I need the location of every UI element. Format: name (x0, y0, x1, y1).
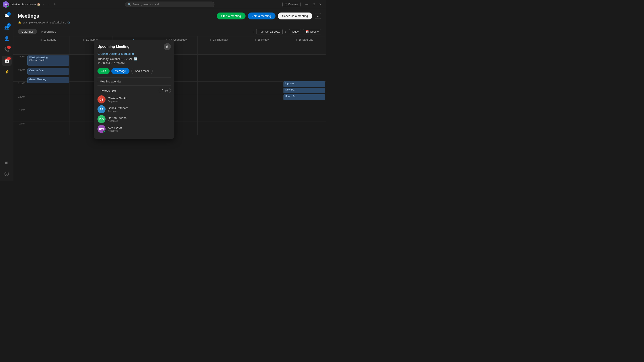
popup-time: 11:00 AM - 11:20 AM (98, 61, 171, 65)
online-indicator (103, 130, 105, 133)
popup-message-button[interactable]: Message (111, 68, 130, 74)
event-upcoming-sat[interactable]: Upcom... (284, 81, 325, 87)
popup-actions: Join Message Add a room (98, 68, 171, 74)
event-guest-meeting[interactable]: Guest Meeting (28, 77, 69, 83)
invitee-list: CS Clarissa Smith Organiser SP (98, 95, 171, 133)
day-num-11: 11 (86, 38, 89, 41)
avatar-kevin: KW (98, 125, 106, 133)
join-meeting-button[interactable]: Join a meeting (248, 12, 276, 19)
sidebar-icon-contacts[interactable]: 👥 1 (2, 22, 12, 32)
copy-url-button[interactable]: ⧉ (68, 21, 70, 24)
event-title: New M... (285, 88, 324, 91)
day-name-thursday: Thursday (217, 38, 228, 41)
time-12am: 12 AM (14, 95, 27, 108)
page-title: Meetings (18, 13, 39, 19)
nav-forward-button[interactable]: › (47, 2, 50, 7)
start-meeting-button[interactable]: Start a meeting (217, 12, 245, 19)
more-options-button[interactable]: ⌄ (314, 13, 321, 19)
prev-date-button[interactable]: ‹ (252, 29, 254, 34)
sidebar-icon-person[interactable]: 👤 (2, 33, 12, 43)
day-dot (210, 39, 211, 41)
search-bar[interactable]: 🔍 Search, meet, and call (125, 1, 214, 7)
day-num-14: 14 (213, 38, 216, 41)
chevron-right-icon: › (98, 89, 98, 92)
tab-recordings[interactable]: Recordings (38, 29, 60, 34)
event-oneonone[interactable]: One-on-One (28, 68, 69, 75)
maximize-button[interactable]: ☐ (311, 2, 316, 6)
person-icon: 👤 (4, 36, 9, 41)
event-title: Weekly Meeting (29, 56, 68, 59)
day-dot (296, 39, 297, 41)
chevron-down-icon: ▾ (317, 30, 319, 33)
meeting-agenda-section: › Meeting agenda (98, 77, 171, 85)
popup-join-button[interactable]: Join (98, 68, 110, 74)
popup-close-button[interactable]: 🗑 (164, 43, 171, 50)
invitee-item: SP Sonali Pritchard Accepted (98, 105, 171, 113)
popup-meeting-link[interactable]: Graphic Design & Marketing (98, 52, 171, 55)
sidebar-icon-analytics[interactable]: ⚡ (2, 67, 12, 77)
popup-add-room-button[interactable]: Add a room (131, 68, 153, 74)
connect-button[interactable]: ⬡ Connect (282, 2, 300, 7)
copy-invitees-button[interactable]: Copy (159, 88, 171, 93)
event-weekly-meeting[interactable]: Weekly Meeting Clarissa Smith (28, 55, 69, 66)
calendar-small-icon: 📅 (306, 30, 309, 33)
invitee-name: Kevin Woo (108, 126, 122, 129)
invitees-label: › Invitees (10) (98, 89, 116, 92)
calendar-tabs: Calendar Recordings (18, 29, 60, 34)
meeting-url: example.webex.com/meet/spritchard (22, 21, 66, 24)
grid-icon: ⊞ (5, 161, 8, 165)
invitee-name: Clarissa Smith (108, 96, 126, 100)
sunday-cell-11[interactable] (27, 81, 70, 95)
avatar-sonali: SP (98, 105, 106, 113)
invitee-item: KW Kevin Woo Accepted (98, 125, 171, 133)
sidebar-icon-calendar[interactable]: 📅 1 (2, 56, 12, 66)
sunday-cell-1[interactable] (27, 108, 70, 122)
day-name-saturday: Saturday (302, 38, 313, 41)
event-fresh-start[interactable]: Fresh St... (284, 94, 325, 100)
next-date-button[interactable]: › (284, 29, 287, 34)
sidebar-icon-phone[interactable]: 📞 1 (2, 45, 12, 54)
avatar-clarissa: CS (98, 95, 106, 103)
sunday-cell-2[interactable] (27, 122, 70, 135)
today-button[interactable]: Today (289, 29, 301, 34)
agenda-section-header[interactable]: › Meeting agenda (98, 80, 171, 83)
contacts-badge: 1 (7, 23, 11, 27)
schedule-meeting-button[interactable]: Schedule a meeting (278, 12, 312, 19)
popup-date: Tuesday, October 12, 2021 🔄 (98, 57, 171, 60)
sidebar-icon-help[interactable]: ? (2, 169, 12, 179)
week-view-button[interactable]: 📅 Week ▾ (303, 29, 321, 34)
invitees-section-header[interactable]: › Invitees (10) Copy (98, 88, 171, 93)
sunday-cell-12[interactable] (27, 95, 70, 108)
day-header-thursday: 14 Thursday (198, 36, 240, 54)
time-9am: 9 AM (14, 54, 27, 68)
event-new-meeting[interactable]: New M... (284, 88, 325, 93)
invitee-name: Sonali Pritchard (108, 106, 128, 110)
new-tab-button[interactable]: + (52, 1, 57, 7)
sidebar: 💬 4 👥 1 👤 📞 1 📅 1 ⚡ ⊞ ? (0, 9, 14, 181)
avatar-darren: DO (98, 115, 106, 123)
time-column: 9 AM 10 AM 11 AM 12 AM 1 PM 2 PM (14, 54, 27, 135)
header-buttons: Start a meeting Join a meeting Schedule … (217, 12, 321, 19)
help-icon: ? (4, 172, 9, 176)
day-num-10: 10 (44, 38, 46, 41)
invitee-status: Accepted (108, 129, 122, 132)
nav-back-button[interactable]: ‹ (42, 2, 46, 7)
close-button[interactable]: ✕ (318, 2, 323, 6)
profile-avatar[interactable]: SP (3, 1, 9, 7)
calendar-area: 10 Sunday 11 Monday 12 Tuesday (14, 36, 326, 181)
calendar-badge: 1 (7, 57, 11, 60)
sidebar-icon-chat[interactable]: 💬 4 (2, 11, 12, 21)
event-title: Fresh St... (285, 95, 324, 98)
chat-badge: 4 (7, 12, 11, 16)
titlebar: SP Working from home 🏠 ‹ › + 🔍 Search, m… (0, 0, 326, 9)
sidebar-icon-grid[interactable]: ⊞ (2, 158, 12, 168)
day-name-friday: Friday (262, 38, 269, 41)
content-area: Meetings Start a meeting Join a meeting … (14, 9, 326, 181)
chevron-right-icon: › (98, 80, 98, 83)
event-title: One-on-One (29, 69, 68, 72)
minimize-button[interactable]: — (304, 2, 310, 6)
window-controls: — ☐ ✕ (304, 2, 323, 6)
day-num-15: 15 (258, 38, 260, 41)
tab-calendar[interactable]: Calendar (18, 29, 37, 34)
agenda-label: › Meeting agenda (98, 80, 121, 83)
